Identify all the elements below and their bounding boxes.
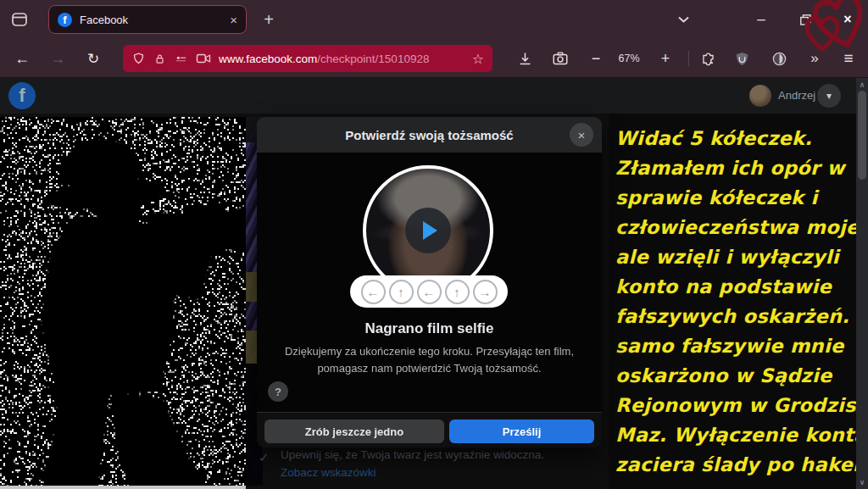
- arrow-right-icon: →: [473, 280, 498, 304]
- dialog-heading: Nagrano film selfie: [257, 320, 602, 337]
- identity-confirm-dialog: Potwierdź swoją tożsamość × ← ↑ ← ↑ → Na…: [257, 117, 602, 447]
- window-close-button[interactable]: ×: [834, 0, 861, 39]
- arrow-up-icon: ↑: [389, 280, 414, 304]
- facebook-favicon-icon: f: [58, 13, 72, 27]
- scroll-down-icon[interactable]: ∨: [856, 478, 868, 486]
- camera-permission-icon[interactable]: [196, 53, 211, 64]
- profile-name[interactable]: Andrzej: [778, 89, 815, 102]
- note-line: człowieczeństwa mojego: [615, 213, 853, 242]
- window-minimize-button[interactable]: –: [748, 0, 775, 39]
- ublock-origin-icon[interactable]: [727, 39, 756, 78]
- profile-avatar[interactable]: [749, 85, 771, 107]
- facebook-page: f Andrzej ▾ Potwierdź swoją tożsamość × …: [0, 78, 868, 489]
- arrow-up-icon: ↑: [445, 280, 470, 304]
- noise-photo-canvas: [0, 117, 246, 486]
- dialog-description: Dziękujemy za ukończenie tego kroku. Prz…: [279, 343, 580, 376]
- url-text[interactable]: www.facebook.com/checkpoint/15010928: [219, 53, 465, 65]
- window-restore-button[interactable]: [792, 0, 819, 39]
- note-line: samo fałszywie mnie: [615, 331, 853, 361]
- facebook-topbar: f Andrzej ▾: [0, 78, 856, 114]
- submit-button[interactable]: Prześlij: [449, 420, 594, 443]
- note-line: oskarżono w Sądzie: [615, 361, 853, 391]
- tab-title: Facebook: [80, 14, 230, 26]
- screenshot-camera-icon[interactable]: [546, 39, 575, 78]
- note-line: ale wzięli i wyłączyli: [615, 242, 853, 272]
- list-all-tabs-icon[interactable]: [670, 0, 697, 39]
- lock-icon[interactable]: [153, 53, 166, 65]
- help-button[interactable]: ?: [268, 381, 288, 402]
- toolbar-divider: [688, 51, 689, 66]
- browser-toolbar: ← → ↻ www.facebook.com/checkpoint/150109…: [0, 39, 868, 78]
- yellow-note-panel: Widać 5 kółeczek. Złamałem ich opór w sp…: [609, 114, 856, 489]
- address-bar[interactable]: www.facebook.com/checkpoint/15010928 ☆: [123, 45, 492, 72]
- back-icon[interactable]: ←: [8, 39, 36, 78]
- dialog-close-icon[interactable]: ×: [570, 123, 593, 147]
- image-bottom-strip: [0, 486, 246, 489]
- head-movement-steps: ← ↑ ← ↑ →: [350, 275, 508, 308]
- retake-button[interactable]: Zrób jeszcze jedno: [264, 420, 444, 443]
- zoom-out-icon[interactable]: −: [581, 39, 610, 78]
- account-caret-button[interactable]: ▾: [817, 84, 841, 108]
- hint-tips-link[interactable]: Zobacz wskazówki: [281, 466, 376, 479]
- note-line: fałszywych oskarżeń. Tak: [615, 302, 853, 331]
- note-line: Złamałem ich opór w: [615, 153, 853, 183]
- url-domain: www.facebook.com: [219, 53, 317, 65]
- dialog-title: Potwierdź swoją tożsamość: [345, 128, 513, 142]
- page-scrollbar[interactable]: ∧ ∨: [856, 78, 868, 489]
- play-icon: [423, 221, 437, 240]
- permissions-slider-icon[interactable]: [174, 53, 188, 65]
- note-line: Widać 5 kółeczek.: [615, 124, 853, 153]
- bookmark-star-icon[interactable]: ☆: [472, 51, 484, 67]
- arrow-left-icon: ←: [417, 280, 442, 304]
- hint-text: Upewnij się, że Twoja twarz jest wyraźni…: [281, 448, 544, 461]
- zoom-level[interactable]: 67%: [610, 39, 648, 78]
- dialog-footer: Zrób jeszcze jedno Prześlij: [257, 412, 602, 447]
- url-path: /checkpoint/15010928: [317, 53, 429, 65]
- browser-window: f Facebook × + – × ← → ↻: [0, 0, 868, 489]
- play-button[interactable]: [405, 208, 451, 253]
- overflow-menu-icon[interactable]: »: [800, 39, 829, 78]
- firefox-view-icon[interactable]: [10, 10, 29, 29]
- arrow-left-icon: ←: [361, 280, 386, 304]
- extensions-puzzle-icon[interactable]: [693, 39, 722, 78]
- forward-icon[interactable]: →: [44, 39, 71, 78]
- hamburger-menu-icon[interactable]: ≡: [834, 39, 863, 78]
- dialog-header: Potwierdź swoją tożsamość ×: [257, 117, 602, 153]
- check-icon: ✓: [259, 450, 270, 465]
- note-line: Maz. Wyłączenie konta: [615, 420, 853, 450]
- darkreader-icon[interactable]: [765, 39, 793, 78]
- note-line: Rejonowym w Grodzisku: [615, 391, 853, 420]
- browser-tab-bar: f Facebook × + – ×: [0, 0, 868, 39]
- facebook-logo-icon[interactable]: f: [8, 82, 36, 109]
- zoom-in-icon[interactable]: +: [651, 39, 680, 78]
- note-line: konto na podstawie: [615, 272, 853, 302]
- note-line: zaciera ślady po hakerze.: [615, 450, 853, 480]
- browser-tab-facebook[interactable]: f Facebook ×: [48, 5, 247, 34]
- noisy-photographer-image: [0, 117, 246, 486]
- new-tab-button[interactable]: +: [257, 8, 281, 31]
- scrollbar-thumb[interactable]: [858, 91, 866, 180]
- tab-close-icon[interactable]: ×: [230, 13, 237, 27]
- scroll-up-icon[interactable]: ∧: [856, 81, 868, 89]
- downloads-icon[interactable]: [510, 39, 539, 78]
- shield-icon[interactable]: [131, 52, 146, 66]
- reload-icon[interactable]: ↻: [80, 39, 107, 78]
- note-line: sprawie kółeczek i: [615, 183, 853, 213]
